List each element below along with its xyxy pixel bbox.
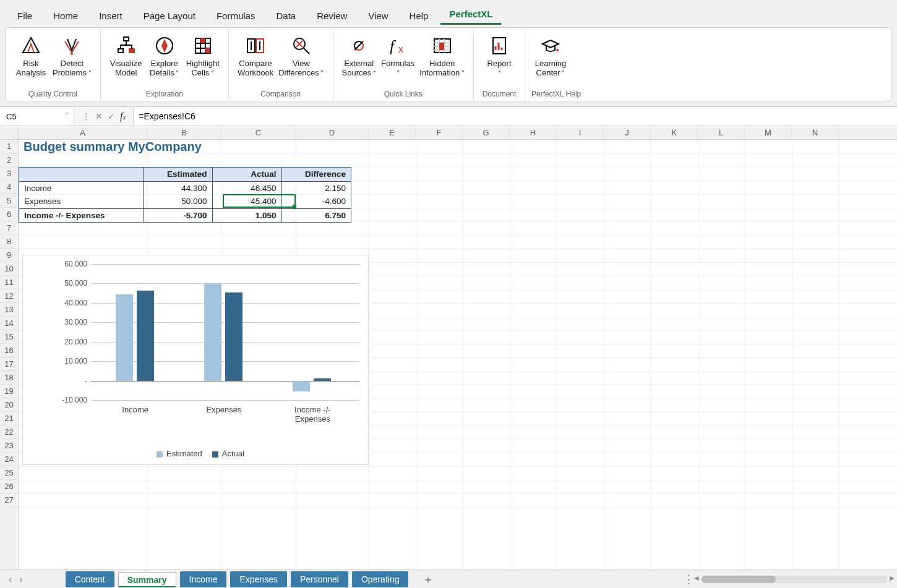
col-header-C[interactable]: C: [221, 126, 296, 139]
sheet-tab-personnel[interactable]: Personnel: [291, 571, 348, 587]
scroll-right-icon[interactable]: ►: [888, 574, 896, 582]
sheet-tab-income[interactable]: Income: [180, 571, 227, 587]
visualize-model-button[interactable]: VisualizeModel: [107, 33, 145, 79]
chart[interactable]: -10.000-10.00020.00030.00040.00050.00060…: [22, 255, 369, 465]
row-header-25[interactable]: 25: [0, 466, 18, 480]
compare-workbook-button[interactable]: CompareWorkbook: [235, 33, 276, 79]
table-cell[interactable]: Income -/- Expenses: [19, 208, 143, 222]
detect-problems-button[interactable]: DetectProblems: [50, 33, 94, 79]
scroll-thumb[interactable]: [702, 576, 776, 583]
enter-icon[interactable]: ✓: [108, 111, 115, 121]
hidden-info-button[interactable]: HiddenInformation: [417, 33, 467, 79]
col-header-N[interactable]: N: [792, 126, 839, 139]
row-header-20[interactable]: 20: [0, 398, 18, 412]
col-header-L[interactable]: L: [698, 126, 745, 139]
row-header-4[interactable]: 4: [0, 181, 18, 194]
row-header-24[interactable]: 24: [0, 453, 18, 466]
sheet-tab-content[interactable]: Content: [66, 571, 114, 587]
row-header-15[interactable]: 15: [0, 330, 18, 344]
col-header-I[interactable]: I: [557, 126, 604, 139]
row-header-9[interactable]: 9: [0, 249, 18, 262]
menu-home[interactable]: Home: [45, 6, 87, 25]
table-cell[interactable]: -4.600: [281, 195, 351, 208]
table-cell[interactable]: 6.750: [281, 208, 351, 222]
col-header-A[interactable]: A: [19, 126, 147, 139]
row-header-17[interactable]: 17: [0, 357, 18, 371]
explore-details-button[interactable]: ExploreDetails: [145, 33, 184, 79]
row-header-10[interactable]: 10: [0, 262, 18, 276]
menu-file[interactable]: File: [9, 6, 41, 25]
table-cell[interactable]: Income: [19, 181, 143, 195]
table-cell[interactable]: 45.400: [212, 195, 281, 208]
row-header-27[interactable]: 27: [0, 493, 18, 507]
table-cell[interactable]: 46.450: [212, 181, 281, 195]
row-header-14[interactable]: 14: [0, 317, 18, 330]
row-header-22[interactable]: 22: [0, 425, 18, 439]
formula-input[interactable]: [133, 107, 897, 126]
sheet-tab-summary[interactable]: Summary: [118, 572, 176, 588]
risk-analysis-button[interactable]: RiskAnalysis: [12, 33, 50, 79]
select-all-corner[interactable]: [0, 126, 19, 139]
menu-perfectxl[interactable]: PerfectXL: [440, 4, 501, 25]
more-icon[interactable]: ⋮: [82, 111, 90, 121]
sheet-tab-operating[interactable]: Operating: [352, 571, 408, 587]
col-header-D[interactable]: D: [296, 126, 369, 139]
col-header-J[interactable]: J: [604, 126, 651, 139]
row-header-16[interactable]: 16: [0, 344, 18, 357]
name-box[interactable]: ˅: [0, 107, 74, 126]
row-header-5[interactable]: 5: [0, 194, 18, 208]
menu-view[interactable]: View: [359, 6, 397, 25]
report-button[interactable]: Report: [480, 33, 518, 79]
name-box-dropdown-icon[interactable]: ˅: [64, 111, 69, 121]
cell-grid[interactable]: Budget summary MyCompany EstimatedActual…: [19, 140, 897, 572]
horizontal-scrollbar[interactable]: ◄ ►: [702, 576, 887, 583]
cancel-icon[interactable]: ✕: [95, 111, 103, 121]
tab-nav-prev[interactable]: ‹: [5, 574, 15, 585]
menu-data[interactable]: Data: [267, 6, 304, 25]
row-header-2[interactable]: 2: [0, 153, 18, 167]
col-header-H[interactable]: H: [510, 126, 557, 139]
row-header-8[interactable]: 8: [0, 235, 18, 249]
formulas-button[interactable]: fxFormulas: [379, 33, 417, 79]
row-header-11[interactable]: 11: [0, 276, 18, 289]
external-sources-button[interactable]: ExternalSources: [340, 33, 379, 79]
worksheet[interactable]: ABCDEFGHIJKLMN 1234567891011121314151617…: [0, 126, 897, 572]
menu-help[interactable]: Help: [401, 6, 437, 25]
row-header-26[interactable]: 26: [0, 480, 18, 493]
menu-formulas[interactable]: Formulas: [208, 6, 264, 25]
scroll-left-icon[interactable]: ◄: [693, 574, 700, 582]
row-header-6[interactable]: 6: [0, 208, 18, 221]
col-header-M[interactable]: M: [745, 126, 792, 139]
table-cell[interactable]: 2.150: [281, 181, 351, 195]
menu-page-layout[interactable]: Page Layout: [135, 6, 204, 25]
row-header-7[interactable]: 7: [0, 221, 18, 235]
col-header-B[interactable]: B: [147, 126, 221, 139]
row-header-19[interactable]: 19: [0, 385, 18, 398]
table-cell[interactable]: 44.300: [143, 181, 212, 195]
row-header-1[interactable]: 1: [0, 140, 18, 153]
tab-nav-next[interactable]: ›: [15, 574, 26, 585]
row-header-18[interactable]: 18: [0, 371, 18, 385]
add-sheet-button[interactable]: ＋: [423, 572, 434, 587]
learning-center-button[interactable]: LearningCenter: [531, 33, 570, 79]
menu-review[interactable]: Review: [308, 6, 356, 25]
row-header-3[interactable]: 3: [0, 167, 18, 181]
row-header-12[interactable]: 12: [0, 289, 18, 303]
name-box-input[interactable]: [5, 111, 54, 122]
fx-icon[interactable]: fx: [120, 111, 126, 122]
sheet-tab-expenses[interactable]: Expenses: [230, 571, 286, 587]
highlight-cells-button[interactable]: HightlightCells: [184, 33, 222, 79]
row-header-21[interactable]: 21: [0, 412, 18, 425]
col-header-K[interactable]: K: [651, 126, 698, 139]
table-cell[interactable]: 1.050: [212, 208, 281, 222]
table-cell[interactable]: -5.700: [143, 208, 212, 222]
table-cell[interactable]: 50.000: [143, 195, 212, 208]
view-differences-button[interactable]: ViewDifferences: [276, 33, 326, 79]
col-header-G[interactable]: G: [463, 126, 510, 139]
menu-insert[interactable]: Insert: [90, 6, 131, 25]
row-header-13[interactable]: 13: [0, 303, 18, 317]
col-header-F[interactable]: F: [416, 126, 463, 139]
table-cell[interactable]: Expenses: [19, 195, 143, 208]
row-header-23[interactable]: 23: [0, 439, 18, 453]
col-header-E[interactable]: E: [369, 126, 416, 139]
